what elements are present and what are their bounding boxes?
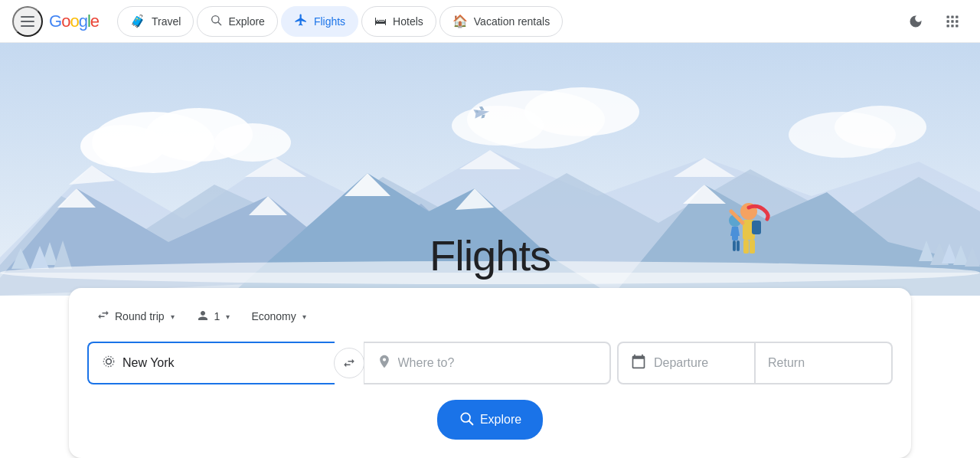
nav-explore[interactable]: Explore xyxy=(197,6,277,37)
round-trip-icon xyxy=(96,308,110,325)
search-fields: Departure Return xyxy=(87,342,893,384)
hotels-icon: 🛏 xyxy=(374,15,387,28)
departure-field[interactable]: Departure xyxy=(617,342,756,384)
destination-field[interactable] xyxy=(364,342,612,384)
google-logo[interactable]: Google xyxy=(49,11,99,31)
swap-button[interactable] xyxy=(334,348,364,378)
explore-center: Explore xyxy=(87,384,893,440)
passengers-chevron: ▾ xyxy=(226,312,230,321)
class-label: Economy xyxy=(251,310,296,322)
svg-marker-51 xyxy=(730,227,740,236)
origin-input[interactable] xyxy=(122,356,322,370)
class-button[interactable]: Economy ▾ xyxy=(242,306,315,327)
date-fields: Departure Return xyxy=(617,342,893,384)
nav-hotels-label: Hotels xyxy=(393,15,423,28)
page-title: Flights xyxy=(430,231,550,280)
svg-rect-8 xyxy=(947,20,949,22)
origin-dest-group xyxy=(87,342,611,384)
main-header: Google 🧳 Travel Explore Flights xyxy=(0,0,980,43)
origin-field[interactable] xyxy=(87,342,335,384)
svg-rect-12 xyxy=(951,25,953,27)
trip-type-label: Round trip xyxy=(115,310,165,322)
svg-rect-52 xyxy=(733,240,736,251)
svg-rect-5 xyxy=(947,15,949,18)
nav-flights[interactable]: Flights xyxy=(281,6,358,37)
svg-rect-11 xyxy=(947,25,949,27)
dark-mode-button[interactable] xyxy=(900,6,931,37)
svg-rect-2 xyxy=(21,25,34,27)
search-icon xyxy=(459,411,474,429)
passengers-icon xyxy=(196,309,210,325)
svg-point-23 xyxy=(835,106,926,149)
header-right xyxy=(900,6,968,37)
explore-button[interactable]: Explore xyxy=(437,400,543,440)
svg-point-18 xyxy=(214,123,291,162)
search-options: Round trip ▾ 1 ▾ Economy ▾ xyxy=(87,303,893,329)
trip-type-button[interactable]: Round trip ▾ xyxy=(87,303,184,329)
return-field[interactable]: Return xyxy=(756,342,893,384)
destination-input[interactable] xyxy=(398,356,598,370)
svg-rect-10 xyxy=(956,20,958,22)
apps-button[interactable] xyxy=(937,6,968,37)
passengers-count: 1 xyxy=(214,310,220,322)
svg-rect-57 xyxy=(743,240,749,254)
nav-travel-label: Travel xyxy=(152,15,181,28)
nav-flights-label: Flights xyxy=(314,15,345,28)
hero-section: Flights xyxy=(0,43,980,296)
menu-button[interactable] xyxy=(12,6,43,37)
trip-type-chevron: ▾ xyxy=(171,312,175,321)
class-chevron: ▾ xyxy=(302,312,306,321)
svg-point-17 xyxy=(80,125,165,168)
explore-button-label: Explore xyxy=(480,413,521,427)
svg-line-63 xyxy=(469,421,473,425)
return-label: Return xyxy=(768,356,805,370)
calendar-icon xyxy=(631,354,646,372)
svg-rect-7 xyxy=(956,15,958,18)
explore-nav-icon xyxy=(210,14,222,29)
svg-rect-58 xyxy=(750,240,755,254)
nav-pills: 🧳 Travel Explore Flights 🛏 Hotels xyxy=(117,6,894,37)
flights-nav-icon xyxy=(294,13,308,30)
svg-point-21 xyxy=(452,106,544,146)
svg-rect-9 xyxy=(951,20,953,22)
svg-rect-53 xyxy=(737,240,740,251)
nav-explore-label: Explore xyxy=(228,15,264,28)
svg-rect-0 xyxy=(21,16,34,18)
svg-line-4 xyxy=(218,22,221,25)
svg-point-61 xyxy=(103,356,113,366)
svg-rect-1 xyxy=(21,21,34,22)
svg-rect-13 xyxy=(956,25,958,27)
nav-vacation[interactable]: 🏠 Vacation rentals xyxy=(439,6,563,37)
svg-rect-6 xyxy=(951,15,953,18)
search-box: Round trip ▾ 1 ▾ Economy ▾ xyxy=(69,288,911,458)
passengers-button[interactable]: 1 ▾ xyxy=(187,304,240,329)
nav-hotels[interactable]: 🛏 Hotels xyxy=(361,6,436,37)
svg-point-60 xyxy=(106,359,112,365)
svg-rect-56 xyxy=(752,221,761,234)
nav-travel[interactable]: 🧳 Travel xyxy=(117,6,194,37)
search-container: Round trip ▾ 1 ▾ Economy ▾ xyxy=(0,296,980,458)
vacation-icon: 🏠 xyxy=(452,14,468,28)
destination-location-icon xyxy=(377,354,392,372)
departure-label: Departure xyxy=(654,356,708,370)
origin-location-icon xyxy=(101,354,116,372)
nav-vacation-label: Vacation rentals xyxy=(474,15,550,28)
travel-icon: 🧳 xyxy=(130,14,145,28)
